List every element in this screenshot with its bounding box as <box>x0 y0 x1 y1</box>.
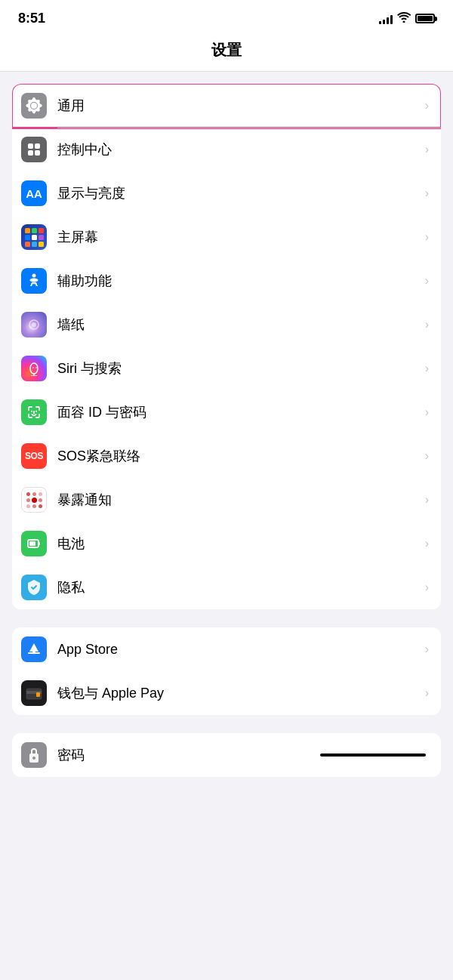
wallet-chevron: › <box>425 686 429 700</box>
home-screen-chevron: › <box>425 230 429 244</box>
passwords-icon <box>21 742 47 768</box>
svg-rect-13 <box>29 541 35 546</box>
settings-group-3: 密码 <box>0 724 453 777</box>
svg-rect-16 <box>36 692 40 697</box>
accessibility-label: 辅助功能 <box>57 272 422 290</box>
svg-rect-3 <box>35 150 40 156</box>
display-icon: AA <box>21 180 47 206</box>
wallpaper-icon <box>21 312 47 337</box>
battery-chevron: › <box>425 537 429 550</box>
settings-item-control-center[interactable]: 控制中心 › <box>12 128 441 171</box>
display-chevron: › <box>425 186 429 200</box>
wallpaper-chevron: › <box>425 318 429 331</box>
svg-rect-0 <box>28 143 33 149</box>
settings-item-privacy[interactable]: 隐私 › <box>12 566 441 609</box>
sos-icon: SOS <box>21 443 47 469</box>
control-center-label: 控制中心 <box>57 140 422 159</box>
settings-item-display[interactable]: AA 显示与亮度 › <box>12 171 441 215</box>
wallpaper-label: 墙纸 <box>57 316 422 334</box>
control-center-chevron: › <box>425 143 429 156</box>
settings-item-wallpaper[interactable]: 墙纸 › <box>12 303 441 347</box>
svg-point-7 <box>30 363 38 374</box>
settings-list-card-2: App Store › 钱包与 Apple Pay › <box>12 627 441 715</box>
svg-point-18 <box>32 757 35 760</box>
siri-label: Siri 与搜索 <box>57 359 422 378</box>
app-store-label: App Store <box>57 642 422 658</box>
home-screen-icon <box>21 224 47 250</box>
settings-item-exposure[interactable]: 暴露通知 › <box>12 478 441 522</box>
passwords-label: 密码 <box>57 746 189 764</box>
exposure-chevron: › <box>425 493 429 507</box>
svg-point-4 <box>32 274 36 278</box>
battery-item-icon <box>21 531 47 556</box>
face-id-label: 面容 ID 与密码 <box>57 403 422 421</box>
settings-item-accessibility[interactable]: 辅助功能 › <box>12 259 441 303</box>
settings-item-sos[interactable]: SOS SOS紧急联络 › <box>12 434 441 478</box>
siri-chevron: › <box>425 362 429 375</box>
app-store-icon <box>21 636 47 662</box>
home-screen-label: 主屏幕 <box>57 228 422 246</box>
page-title: 设置 <box>0 40 453 60</box>
svg-rect-12 <box>39 542 40 545</box>
accessibility-chevron: › <box>425 274 429 288</box>
settings-list-card-3: 密码 <box>12 733 441 777</box>
general-label: 通用 <box>57 97 422 115</box>
settings-item-siri[interactable]: Siri 与搜索 › <box>12 347 441 390</box>
settings-item-general[interactable]: 通用 › <box>12 84 441 128</box>
settings-item-face-id[interactable]: 面容 ID 与密码 › <box>12 390 441 434</box>
page-title-bar: 设置 <box>0 32 453 72</box>
status-bar: 8:51 <box>0 0 453 32</box>
svg-rect-1 <box>35 143 40 149</box>
app-store-chevron: › <box>425 643 429 656</box>
settings-item-wallet[interactable]: 钱包与 Apple Pay › <box>12 671 441 715</box>
sos-chevron: › <box>425 449 429 463</box>
settings-list-card-1: 通用 › 控制中心 › AA <box>12 84 441 609</box>
privacy-icon <box>21 575 47 600</box>
signal-icon <box>379 14 393 24</box>
siri-icon <box>21 356 47 381</box>
settings-item-passwords[interactable]: 密码 <box>12 733 441 777</box>
battery-label: 电池 <box>57 535 422 553</box>
privacy-label: 隐私 <box>57 578 422 596</box>
face-id-icon <box>21 399 47 425</box>
sos-label: SOS紧急联络 <box>57 447 422 465</box>
exposure-label: 暴露通知 <box>57 491 422 509</box>
status-time: 8:51 <box>18 11 45 26</box>
wifi-icon <box>397 12 411 25</box>
accessibility-icon <box>21 268 47 294</box>
svg-rect-2 <box>28 150 33 156</box>
battery-icon <box>415 14 435 23</box>
wallet-icon <box>21 680 47 706</box>
status-icons <box>379 12 435 25</box>
control-center-icon <box>21 137 47 162</box>
settings-item-home-screen[interactable]: 主屏幕 › <box>12 215 441 259</box>
settings-group-1: 通用 › 控制中心 › AA <box>0 75 453 609</box>
privacy-chevron: › <box>425 581 429 594</box>
general-chevron: › <box>425 99 429 112</box>
svg-point-6 <box>32 322 36 327</box>
wallet-label: 钱包与 Apple Pay <box>57 684 422 702</box>
passwords-bar <box>320 753 426 757</box>
display-label: 显示与亮度 <box>57 184 422 202</box>
face-id-chevron: › <box>425 405 429 419</box>
settings-group-2: App Store › 钱包与 Apple Pay › <box>0 618 453 715</box>
settings-item-app-store[interactable]: App Store › <box>12 627 441 671</box>
settings-item-battery[interactable]: 电池 › <box>12 522 441 566</box>
exposure-icon <box>21 487 47 513</box>
general-icon <box>21 93 47 119</box>
